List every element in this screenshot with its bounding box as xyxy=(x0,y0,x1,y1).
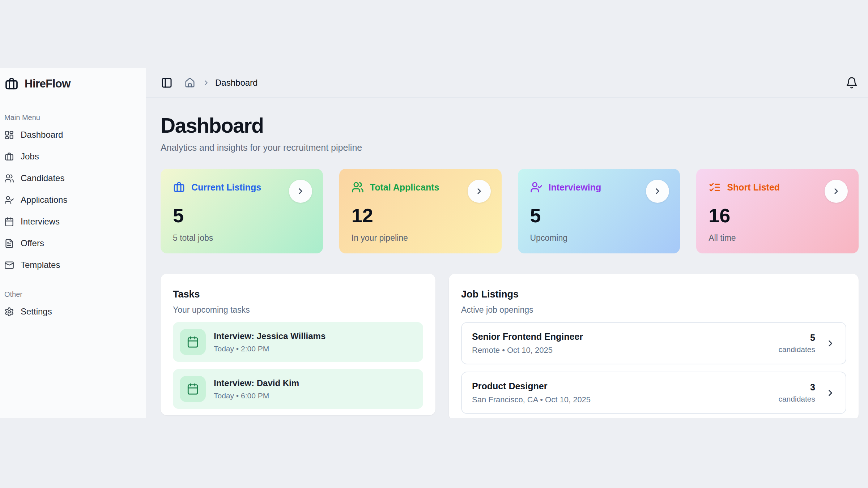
sidebar-section-label-main: Main Menu xyxy=(4,114,141,122)
stat-card-arrow-button[interactable] xyxy=(289,180,312,203)
job-row-right: 5 candidates xyxy=(778,333,835,354)
stat-card-label: Total Applicants xyxy=(370,182,439,193)
task-title: Interview: Jessica Williams xyxy=(214,331,326,341)
job-meta: Remote • Oct 10, 2025 xyxy=(472,346,583,355)
stat-card-arrow-button[interactable] xyxy=(646,180,669,203)
stat-cards-row: Current Listings 5 5 total jobs xyxy=(161,169,859,253)
sidebar-item-dashboard[interactable]: Dashboard xyxy=(4,124,141,146)
sidebar-item-label: Offers xyxy=(21,238,44,248)
home-icon[interactable] xyxy=(184,77,195,88)
stat-card-label: Short Listed xyxy=(727,182,780,193)
stat-card-current-listings[interactable]: Current Listings 5 5 total jobs xyxy=(161,169,323,253)
job-count-block: 3 candidates xyxy=(778,382,815,403)
stat-card-label: Current Listings xyxy=(191,182,261,193)
app-window: HireFlow Main Menu Dashboard xyxy=(0,68,868,418)
job-row[interactable]: Product Designer San Francisco, CA • Oct… xyxy=(461,372,846,414)
briefcase-logo-icon xyxy=(4,77,19,91)
users-icon xyxy=(352,181,364,193)
chevron-right-icon[interactable] xyxy=(825,388,835,398)
chevron-right-icon xyxy=(296,187,305,196)
job-listings-panel: Job Listings Active job openings Senior … xyxy=(449,274,859,418)
page-content: Dashboard Analytics and insights for you… xyxy=(146,98,868,418)
stat-card-sub: All time xyxy=(709,233,846,243)
chevron-right-icon xyxy=(831,187,841,196)
sidebar-item-interviews[interactable]: Interviews xyxy=(4,211,141,232)
calendar-icon xyxy=(180,376,206,402)
app-name: HireFlow xyxy=(25,77,71,90)
chevron-right-icon xyxy=(475,187,484,196)
users-icon xyxy=(4,174,14,183)
file-text-icon xyxy=(4,239,14,248)
job-candidate-count: 3 xyxy=(778,382,815,393)
briefcase-icon xyxy=(4,152,14,162)
bell-icon[interactable] xyxy=(846,77,858,89)
app-logo[interactable]: HireFlow xyxy=(4,77,141,91)
job-meta: San Francisco, CA • Oct 10, 2025 xyxy=(472,395,591,404)
job-candidate-count-label: candidates xyxy=(778,395,815,403)
calendar-icon xyxy=(180,329,206,355)
sidebar-item-offers[interactable]: Offers xyxy=(4,232,141,254)
chevron-right-icon[interactable] xyxy=(825,338,835,348)
gear-icon xyxy=(4,307,14,317)
job-listings-title: Job Listings xyxy=(461,289,846,300)
job-count-block: 5 candidates xyxy=(778,333,815,354)
chevron-right-icon xyxy=(202,79,210,87)
panel-left-icon[interactable] xyxy=(161,77,173,89)
tasks-title: Tasks xyxy=(173,289,423,300)
job-row-right: 3 candidates xyxy=(778,382,835,403)
chevron-right-icon xyxy=(653,187,662,196)
sidebar-item-applications[interactable]: Applications xyxy=(4,189,141,211)
job-candidate-count-label: candidates xyxy=(778,345,815,354)
user-check-icon xyxy=(530,181,542,193)
stat-card-arrow-button[interactable] xyxy=(825,180,848,203)
sidebar-item-label: Candidates xyxy=(21,173,64,183)
sidebar-item-jobs[interactable]: Jobs xyxy=(4,146,141,167)
stat-card-interviewing[interactable]: Interviewing 5 Upcoming xyxy=(518,169,680,253)
sidebar-nav: Dashboard Jobs xyxy=(4,124,141,276)
briefcase-icon xyxy=(173,181,185,193)
stat-card-value: 16 xyxy=(709,204,846,227)
job-listings-subtitle: Active job openings xyxy=(461,305,846,315)
task-time: Today • 2:00 PM xyxy=(214,344,326,353)
task-time: Today • 6:00 PM xyxy=(214,391,299,400)
sidebar-item-label: Dashboard xyxy=(21,130,63,140)
breadcrumb-current: Dashboard xyxy=(215,78,258,88)
task-item[interactable]: Interview: David Kim Today • 6:00 PM xyxy=(173,369,423,409)
task-item[interactable]: Interview: Jessica Williams Today • 2:00… xyxy=(173,322,423,362)
bottom-panels-row: Tasks Your upcoming tasks Interview: Jes… xyxy=(161,274,859,418)
top-bar: Dashboard xyxy=(146,68,868,98)
stat-card-sub: Upcoming xyxy=(530,233,668,243)
sidebar-section-label-other: Other xyxy=(4,290,141,299)
user-check-icon xyxy=(4,195,14,205)
stat-card-short-listed[interactable]: Short Listed 16 All time xyxy=(696,169,859,253)
mail-icon xyxy=(4,260,14,270)
sidebar-item-templates[interactable]: Templates xyxy=(4,254,141,276)
tasks-subtitle: Your upcoming tasks xyxy=(173,305,423,315)
stat-card-value: 12 xyxy=(352,204,489,227)
sidebar-item-settings[interactable]: Settings xyxy=(4,301,141,322)
sidebar-item-label: Jobs xyxy=(21,151,39,162)
task-title: Interview: David Kim xyxy=(214,378,299,388)
layout-dashboard-icon xyxy=(4,130,14,140)
stat-card-sub: 5 total jobs xyxy=(173,233,311,243)
list-checks-icon xyxy=(709,181,721,193)
stat-card-total-applicants[interactable]: Total Applicants 12 In your pipeline xyxy=(339,169,502,253)
sidebar-item-label: Templates xyxy=(21,260,60,270)
job-title: Senior Frontend Engineer xyxy=(472,331,583,342)
job-candidate-count: 5 xyxy=(778,333,815,343)
stat-card-value: 5 xyxy=(530,204,668,227)
stat-card-label: Interviewing xyxy=(549,182,601,193)
sidebar: HireFlow Main Menu Dashboard xyxy=(0,68,146,418)
sidebar-item-candidates[interactable]: Candidates xyxy=(4,167,141,189)
tasks-panel: Tasks Your upcoming tasks Interview: Jes… xyxy=(161,274,435,415)
job-row[interactable]: Senior Frontend Engineer Remote • Oct 10… xyxy=(461,322,846,364)
stat-card-arrow-button[interactable] xyxy=(468,180,491,203)
stat-card-value: 5 xyxy=(173,204,311,227)
calendar-icon xyxy=(4,217,14,227)
main-area: Dashboard Dashboard Analytics and insigh… xyxy=(146,68,868,418)
sidebar-item-label: Interviews xyxy=(21,217,60,227)
sidebar-item-label: Applications xyxy=(21,195,67,205)
sidebar-item-label: Settings xyxy=(21,307,52,317)
page-subtitle: Analytics and insights for your recruitm… xyxy=(161,142,859,153)
page-title: Dashboard xyxy=(161,114,859,137)
